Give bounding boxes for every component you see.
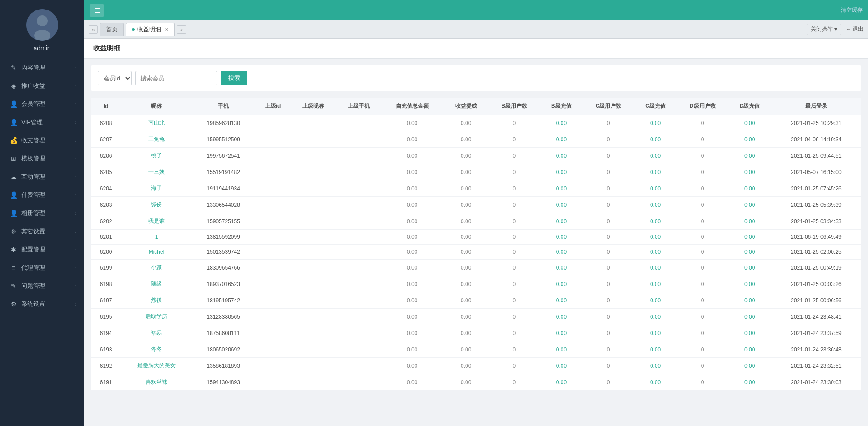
table-cell: 后取学历: [121, 309, 191, 325]
promo-icon: ◈: [10, 82, 18, 90]
table-cell: [336, 131, 381, 148]
table-cell: 19119441934: [192, 180, 255, 197]
table-cell: [291, 309, 336, 325]
table-header-row: id 昵称 手机 上级id 上级昵称 上级手机 自充值总金额 收益提成 B级用户…: [91, 98, 861, 115]
table-cell: [291, 260, 336, 276]
tab-income-detail[interactable]: 收益明细 ✕: [126, 23, 175, 36]
sidebar-item-issue-mgmt[interactable]: ✎ 问题管理 ‹: [0, 277, 84, 295]
sidebar-item-revenue-mgmt[interactable]: 💰 收支管理 ‹: [0, 131, 84, 150]
chevron-right-icon: ‹: [75, 156, 76, 161]
table-cell: [255, 292, 291, 309]
table-cell: 6201: [91, 230, 121, 245]
agent-icon: ≡: [10, 264, 18, 271]
table-cell: 6203: [91, 197, 121, 213]
table-cell: [255, 341, 291, 358]
table-cell: 0.00: [443, 325, 488, 341]
search-input[interactable]: [135, 71, 217, 85]
sidebar-item-album-mgmt[interactable]: 👤 相册管理 ‹: [0, 204, 84, 222]
table-row: 6208南山北198596281300.000.0000.0000.0000.0…: [91, 115, 861, 131]
table-cell: 0.00: [381, 230, 443, 245]
table-cell: 2021-01-25 09:44:51: [771, 148, 861, 164]
table-cell: [291, 341, 336, 358]
table-cell: 0.00: [443, 197, 488, 213]
sidebar-item-config-mgmt[interactable]: ✱ 配置管理 ‹: [0, 241, 84, 259]
table-cell: 0: [583, 245, 634, 260]
tab-prev-button[interactable]: «: [89, 25, 98, 34]
table-cell: 0.00: [381, 180, 443, 197]
sidebar-item-label: 收支管理: [21, 136, 45, 145]
table-cell: 0: [677, 230, 728, 245]
sidebar-item-label: 内容管理: [21, 64, 45, 72]
table-cell: 18195195742: [192, 292, 255, 309]
table-cell: 0.00: [728, 341, 771, 358]
sidebar-item-member-mgmt[interactable]: 👤 会员管理 ‹: [0, 95, 84, 113]
table-cell: 0.00: [540, 245, 582, 260]
tab-close-icon[interactable]: ✕: [165, 27, 169, 33]
col-d-charge: D级充值: [728, 98, 771, 115]
table-cell: 0.00: [443, 260, 488, 276]
table-cell: 0: [488, 292, 540, 309]
table-cell: [255, 230, 291, 245]
sidebar-item-agent-mgmt[interactable]: ≡ 代理管理 ‹: [0, 259, 84, 277]
table-cell: 0.00: [381, 374, 443, 391]
table-cell: 我是谁: [121, 213, 191, 230]
sidebar-item-label: 互动管理: [21, 173, 45, 181]
table-cell: 0.00: [634, 164, 677, 180]
sidebar-item-promo-income[interactable]: ◈ 推广收益 ‹: [0, 77, 84, 95]
table-cell: 0: [677, 245, 728, 260]
chevron-right-icon: ‹: [75, 266, 76, 271]
close-ops-button[interactable]: 关闭操作 ▾: [807, 24, 841, 35]
sidebar-item-content-mgmt[interactable]: ✎ 内容管理 ‹: [0, 59, 84, 77]
clear-cache-button[interactable]: 清空缓存: [841, 6, 863, 14]
sidebar-item-system-settings[interactable]: ⚙ 系统设置 ‹: [0, 295, 84, 313]
search-button[interactable]: 搜索: [221, 71, 247, 85]
topbar: ☰ 清空缓存: [84, 0, 868, 20]
table-cell: 0.00: [443, 276, 488, 292]
table-cell: 0.00: [443, 358, 488, 374]
table-cell: 0: [677, 325, 728, 341]
table-cell: 0.00: [381, 148, 443, 164]
table-cell: [291, 131, 336, 148]
table-cell: 0: [583, 260, 634, 276]
table-cell: [255, 164, 291, 180]
sidebar-item-label: 配置管理: [21, 246, 45, 254]
logout-button[interactable]: ← 退出: [846, 25, 863, 33]
sidebar-item-other-settings[interactable]: ⚙ 其它设置 ‹: [0, 222, 84, 241]
table-row: 6198随缘189370165230.000.0000.0000.0000.00…: [91, 276, 861, 292]
search-type-select[interactable]: 会员id 昵称 手机: [98, 71, 132, 85]
table-cell: 2021-01-25 05:39:39: [771, 197, 861, 213]
sidebar-item-vip-mgmt[interactable]: 👤 VIP管理 ‹: [0, 113, 84, 131]
tab-home[interactable]: 首页: [100, 23, 124, 36]
sidebar-item-template-mgmt[interactable]: ⊞ 模板管理 ‹: [0, 150, 84, 168]
table-cell: 0.00: [540, 309, 582, 325]
table-cell: 0.00: [540, 260, 582, 276]
sidebar-item-interact-mgmt[interactable]: ☁ 互动管理 ‹: [0, 168, 84, 186]
table-cell: 随缘: [121, 276, 191, 292]
table-cell: 0.00: [381, 115, 443, 131]
table-cell: 0.00: [443, 245, 488, 260]
table-cell: 19975672541: [192, 148, 255, 164]
table-cell: 0: [488, 197, 540, 213]
table-cell: 15905725155: [192, 213, 255, 230]
table-cell: 0: [677, 260, 728, 276]
sidebar-profile: admin: [0, 0, 84, 59]
table-cell: 0: [677, 341, 728, 358]
sidebar-item-label: 相册管理: [21, 209, 45, 217]
hamburger-button[interactable]: ☰: [90, 4, 104, 17]
table-cell: [291, 115, 336, 131]
table-row: 6207王兔兔159955125090.000.0000.0000.0000.0…: [91, 131, 861, 148]
table-cell: 0: [583, 230, 634, 245]
table-cell: 海子: [121, 180, 191, 197]
table-cell: 0.00: [634, 180, 677, 197]
table-cell: 0: [677, 115, 728, 131]
tab-next-button[interactable]: »: [177, 25, 186, 34]
sidebar-item-payment-mgmt[interactable]: 👤 付费管理 ‹: [0, 186, 84, 204]
table-cell: 6194: [91, 325, 121, 341]
table-cell: [336, 180, 381, 197]
table-cell: 2021-01-25 02:00:25: [771, 245, 861, 260]
table-cell: 0.00: [728, 213, 771, 230]
table-cell: 0.00: [381, 131, 443, 148]
table-cell: 2021-04-06 14:19:34: [771, 131, 861, 148]
table-cell: [336, 230, 381, 245]
table-row: 6200Michel150135397420.000.0000.0000.000…: [91, 245, 861, 260]
